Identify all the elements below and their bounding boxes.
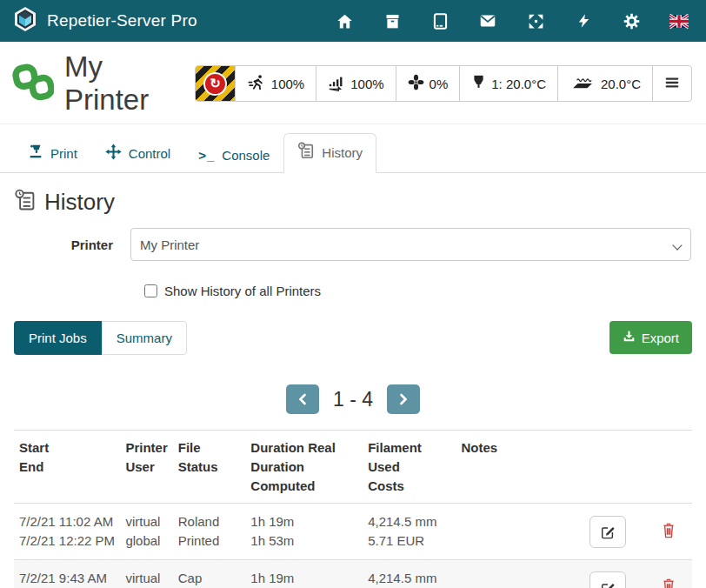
delete-job-button[interactable] [658,518,679,545]
job-user: global [125,531,167,551]
tab-print[interactable]: Print [14,135,91,173]
hamburger-menu-icon [664,76,680,92]
fan-icon [408,74,424,93]
export-button-label: Export [642,331,679,345]
job-duration-real: 1h 19m [250,512,357,531]
table-header-row: Start End Printer User File Status Durat… [14,431,692,504]
printer-select[interactable]: My Printer [130,228,691,261]
tablet-icon[interactable] [430,11,450,30]
fan-value: 0% [430,77,449,91]
brand[interactable]: Repetier-Server Pro [12,6,197,36]
job-filament: 4,214.5 mm [368,512,450,531]
export-button[interactable]: Export [609,321,692,354]
col-user: User [125,458,167,477]
emergency-stop-button[interactable]: ↻ [196,66,236,101]
move-arrows-icon [105,144,122,163]
page-title: History [44,189,115,216]
print-jobs-table: Start End Printer User File Status Durat… [14,430,692,588]
job-costs: 5.71 EUR [368,531,450,551]
col-end: End [19,458,115,477]
history-toolbar: Print Jobs Summary Export [14,321,692,355]
extruder-nozzle-icon [471,74,486,93]
expand-arrows-icon[interactable] [526,11,545,30]
col-filament-used: Filament Used [368,438,450,477]
download-icon [623,330,636,345]
job-duration-real: 1h 19m [250,569,357,588]
page-range: 1 - 4 [333,388,373,411]
job-duration-computed: 1h 53m [250,531,357,551]
printer-name: My Printer [64,50,195,117]
printer-select-row: Printer My Printer [14,228,692,261]
messages-icon[interactable] [478,11,497,30]
table-row: 7/2/21 11:02 AM7/2/21 12:22 PM virtualgl… [14,504,692,560]
tab-control[interactable]: Control [91,135,184,173]
flow-status[interactable]: 100% [316,66,396,101]
tab-console-label: Console [222,148,270,163]
job-start: 7/2/21 9:43 AM [19,569,115,588]
flow-bars-icon [328,74,345,94]
emergency-stop-icon: ↻ [203,72,227,96]
col-costs: Costs [368,477,450,496]
repetier-logo-icon [12,6,38,36]
bed-temp-status[interactable]: 20.0°C [558,66,653,101]
language-flag-icon[interactable] [669,11,689,30]
print-nozzle-icon [28,144,43,163]
show-all-printers-label: Show History of all Printers [164,284,321,298]
col-printer: Printer [125,438,167,458]
history-panel: History Printer My Printer Show History … [0,189,706,588]
job-printer: virtual [125,512,167,531]
printer-box-icon[interactable] [383,11,402,30]
job-filament: 4,214.5 mm [368,569,450,588]
job-start: 7/2/21 11:02 AM [19,512,115,531]
prev-page-button[interactable] [286,384,319,414]
extruder-temp-value: 1: 20.0°C [491,77,546,91]
fan-status[interactable]: 0% [396,66,461,101]
edit-notes-button[interactable] [589,571,626,588]
extruder-temp-status[interactable]: 1: 20.0°C [460,66,558,101]
console-prompt-icon: >_ [198,148,215,163]
show-all-printers-row: Show History of all Printers [144,284,692,298]
tab-print-label: Print [50,146,77,161]
next-page-button[interactable] [387,384,420,414]
job-notes [456,559,569,588]
tab-history[interactable]: History [283,133,376,173]
job-file: Roland [178,512,241,531]
speed-runner-icon [247,74,266,94]
flow-value: 100% [350,77,383,91]
tab-history-label: History [322,145,363,160]
col-status: Status [178,458,241,477]
speed-status[interactable]: 100% [236,66,316,101]
col-notes: Notes [456,431,569,504]
col-duration-real: Duration Real [250,438,357,458]
power-bolt-icon[interactable] [574,11,593,30]
tab-control-label: Control [129,146,170,161]
printer-select-label: Printer [14,237,130,252]
view-toggle-group: Print Jobs Summary [14,321,187,355]
col-start: Start [19,438,115,458]
col-duration-computed: Duration Computed [250,458,357,496]
history-heading-icon [14,189,37,216]
link-chain-icon[interactable] [12,61,54,106]
col-file: File [178,438,241,458]
home-icon[interactable] [335,11,354,30]
heated-bed-icon [569,74,596,94]
printer-menu-button[interactable] [653,66,691,101]
job-end: 7/2/21 12:22 PM [19,531,115,551]
edit-notes-button[interactable] [589,516,626,548]
show-all-printers-checkbox[interactable] [144,284,157,297]
speed-value: 100% [271,77,304,91]
printer-tabs: Print Control >_ Console History [0,124,706,173]
table-row: 7/2/21 9:43 AM7/2/21 11:02 AM virtualglo… [14,559,692,588]
bed-temp-value: 20.0°C [601,77,641,91]
printer-select-wrap: My Printer [130,228,691,261]
job-file: Cap [178,569,241,588]
printer-header: My Printer ↻ 100% [0,42,706,124]
summary-button[interactable]: Summary [102,321,187,355]
gear-icon[interactable] [622,11,641,30]
tab-console[interactable]: >_ Console [184,139,283,173]
print-jobs-button[interactable]: Print Jobs [14,321,102,355]
brand-title: Repetier-Server Pro [47,11,197,30]
job-notes [456,504,569,560]
history-section-title: History [14,189,692,216]
delete-job-button[interactable] [658,574,679,588]
